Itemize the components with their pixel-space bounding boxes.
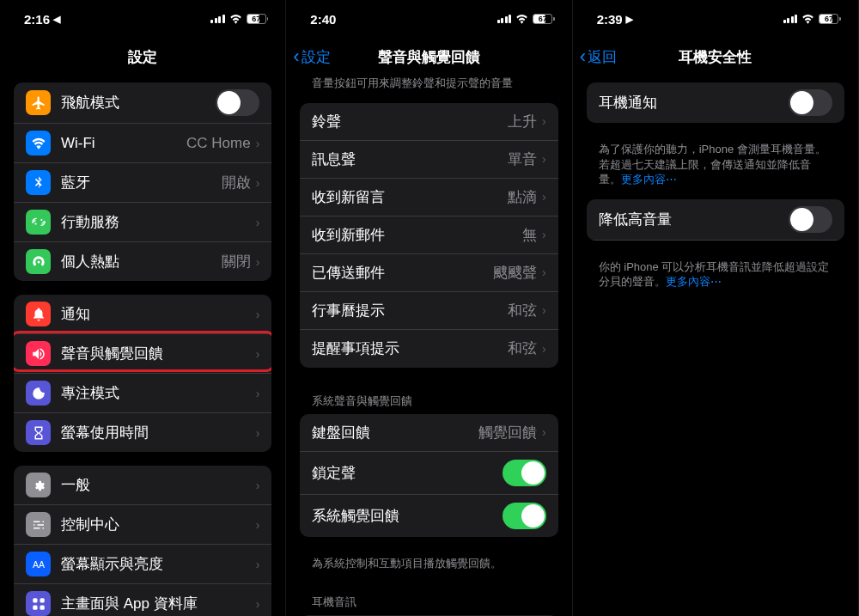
settings-row[interactable]: 聲音與觸覺回饋› <box>14 334 271 374</box>
status-time: 2:40 <box>310 12 336 27</box>
settings-row[interactable]: 收到新郵件無› <box>300 217 557 254</box>
settings-row[interactable]: 螢幕使用時間› <box>14 413 271 452</box>
row-label: 飛航模式 <box>61 93 216 113</box>
settings-row[interactable]: 一般› <box>14 466 271 505</box>
svg-rect-3 <box>33 605 37 609</box>
row-label: 行事曆提示 <box>312 301 508 320</box>
row-label: 聲音與觸覺回饋 <box>61 344 256 363</box>
row-value: 關閉 <box>222 252 251 271</box>
settings-row[interactable]: 鍵盤回饋觸覺回饋› <box>300 414 557 452</box>
row-value: 觸覺回饋 <box>478 423 537 442</box>
toggle-switch[interactable] <box>503 503 546 529</box>
switches-icon <box>26 512 51 537</box>
wifi-icon <box>801 12 814 27</box>
location-icon: ◀ <box>53 14 60 25</box>
settings-row[interactable]: 個人熱點關閉› <box>14 242 271 281</box>
row-label: 降低高音量 <box>599 210 789 229</box>
hotspot-icon <box>26 249 51 274</box>
headphone-notification-row[interactable]: 耳機通知 <box>587 82 844 123</box>
chevron-right-icon: › <box>542 265 546 279</box>
back-button[interactable]: ‹返回 <box>580 47 617 67</box>
page-title: 耳機安全性 <box>679 47 752 67</box>
settings-row[interactable]: Wi-FiCC Home› <box>14 124 271 163</box>
settings-row[interactable]: 系統觸覺回饋 <box>300 495 557 537</box>
svg-text:AA: AA <box>32 558 44 569</box>
svg-rect-1 <box>33 598 37 602</box>
section-header: 系統聲音與觸覺回饋 <box>286 381 571 414</box>
chevron-right-icon: › <box>542 152 546 166</box>
row-value: 無 <box>522 225 537 245</box>
row-label: 收到新郵件 <box>312 225 522 245</box>
system-sounds-group: 鍵盤回饋觸覺回饋›鎖定聲系統觸覺回饋 <box>300 414 557 537</box>
settings-row[interactable]: 提醒事項提示和弦› <box>300 330 557 368</box>
bell-icon <box>26 302 51 326</box>
row-label: 訊息聲 <box>312 149 508 169</box>
chevron-right-icon: › <box>256 479 260 492</box>
more-link[interactable]: 更多內容⋯ <box>621 173 677 186</box>
reduce-loud-sounds-row[interactable]: 降低高音量 <box>587 199 844 241</box>
settings-row[interactable]: 行事曆提示和弦› <box>300 292 557 330</box>
settings-row[interactable]: 專注模式› <box>14 374 271 413</box>
speaker-icon <box>26 341 51 366</box>
cellular-signal-icon <box>783 15 798 23</box>
row-label: 已傳送郵件 <box>312 263 493 283</box>
settings-row[interactable]: 行動服務› <box>14 203 271 242</box>
chevron-right-icon: › <box>256 347 260 361</box>
wifi-icon <box>515 12 528 27</box>
row-label: Wi-Fi <box>61 135 186 152</box>
chevron-right-icon: › <box>256 255 260 269</box>
sounds-screen: 2:40 67 ‹設定 聲音與觸覺回饋 音量按鈕可用來調整鈴聲和提示聲的音量 鈴… <box>286 0 572 616</box>
row-label: 行動服務 <box>61 212 256 232</box>
settings-group-network: 飛航模式Wi-FiCC Home›藍牙開啟›行動服務›個人熱點關閉› <box>14 82 271 281</box>
footer-text: 為了保護你的聽力，iPhone 會測量耳機音量。若超過七天建議上限，會傳送通知並… <box>573 137 858 199</box>
back-label: 返回 <box>588 47 617 67</box>
toggle-switch[interactable] <box>503 460 546 486</box>
headphone-safety-screen: 2:39 ◀ 67 ‹返回 耳機安全性 耳機通知 為了保護你的聽力，iPhone… <box>573 0 859 616</box>
row-label: 個人熱點 <box>61 252 222 271</box>
battery-icon: 67 <box>247 14 269 24</box>
battery-icon: 67 <box>819 14 841 24</box>
settings-row[interactable]: 藍牙開啟› <box>14 163 271 203</box>
settings-row[interactable]: 飛航模式 <box>14 82 271 124</box>
nav-header: 設定 <box>0 38 285 76</box>
svg-rect-2 <box>40 598 44 602</box>
toggle-switch[interactable] <box>789 89 832 116</box>
more-link[interactable]: 更多內容⋯ <box>666 275 722 288</box>
settings-row[interactable]: 控制中心› <box>14 505 271 545</box>
row-value: CC Home <box>186 135 251 152</box>
svg-rect-4 <box>40 605 44 609</box>
row-value: 上升 <box>508 112 537 131</box>
back-label: 設定 <box>302 47 331 67</box>
page-title: 設定 <box>128 47 157 67</box>
section-header: 耳機音訊 <box>286 582 571 615</box>
toggle-switch[interactable] <box>789 206 832 233</box>
row-label: 提醒事項提示 <box>312 338 508 358</box>
chevron-left-icon: ‹ <box>293 47 299 66</box>
settings-row[interactable]: 訊息聲單音› <box>300 141 557 179</box>
cellular-signal-icon <box>497 15 512 23</box>
chevron-left-icon: ‹ <box>580 47 586 66</box>
row-label: 藍牙 <box>61 173 222 192</box>
settings-row[interactable]: 鎖定聲 <box>300 452 557 495</box>
settings-row[interactable]: 通知› <box>14 295 271 334</box>
row-label: 專注模式 <box>61 383 256 403</box>
back-button[interactable]: ‹設定 <box>293 47 330 67</box>
sun-icon: AA <box>26 552 51 576</box>
settings-row[interactable]: 收到新留言點滴› <box>300 179 557 217</box>
row-label: 鎖定聲 <box>312 463 502 483</box>
settings-row[interactable]: 鈴聲上升› <box>300 103 557 141</box>
chevron-right-icon: › <box>256 176 260 190</box>
settings-row[interactable]: 已傳送郵件颼颼聲› <box>300 254 557 292</box>
page-title: 聲音與觸覺回饋 <box>378 47 480 67</box>
row-label: 鍵盤回饋 <box>312 423 478 442</box>
settings-row[interactable]: 主畫面與 App 資料庫› <box>14 584 271 616</box>
chevron-right-icon: › <box>542 228 546 241</box>
row-label: 螢幕使用時間 <box>61 423 256 442</box>
toggle-switch[interactable] <box>216 89 259 116</box>
settings-row[interactable]: AA螢幕顯示與亮度› <box>14 545 271 584</box>
row-value: 開啟 <box>222 173 251 192</box>
chevron-right-icon: › <box>256 308 260 321</box>
settings-screen: 2:16 ◀ 67 設定 飛航模式Wi-FiCC Home›藍牙開啟›行動服務›… <box>0 0 286 616</box>
row-label: 主畫面與 App 資料庫 <box>61 594 256 613</box>
chevron-right-icon: › <box>542 342 546 356</box>
